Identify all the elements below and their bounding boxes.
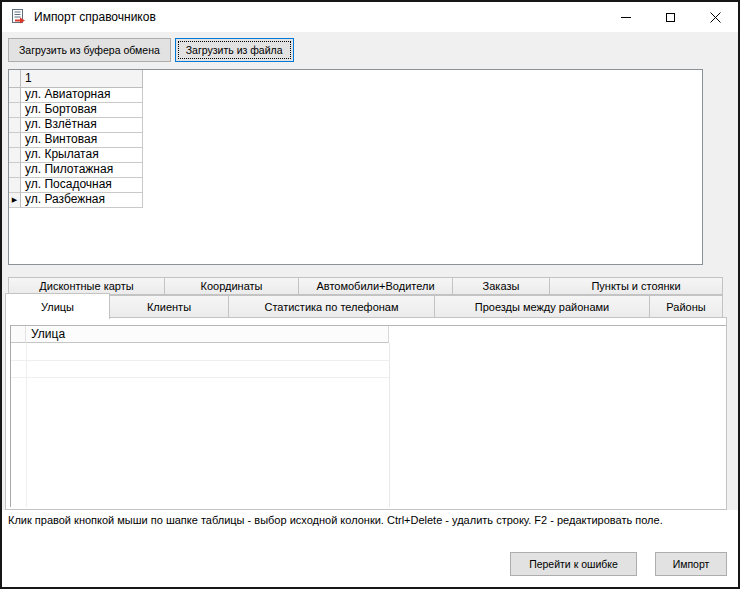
toolbar: Загрузить из буфера обмена Загрузить из …: [8, 38, 294, 62]
tab[interactable]: Улицы: [5, 293, 110, 319]
row-selector-cell[interactable]: [9, 133, 21, 148]
load-from-file-button[interactable]: Загрузить из файла: [175, 38, 294, 62]
street-cell[interactable]: ул. Крылатая: [21, 148, 143, 163]
target-grid-corner-cell[interactable]: [11, 326, 26, 343]
source-grid-column-header[interactable]: 1: [21, 70, 143, 88]
table-row[interactable]: ▶ ул. Разбежная: [9, 193, 702, 208]
row-selector-cell[interactable]: ▶: [9, 193, 21, 208]
row-selector-cell[interactable]: [9, 178, 21, 193]
window-controls: [603, 2, 738, 32]
tab[interactable]: Районы: [649, 295, 723, 318]
table-row[interactable]: ул. Крылатая: [9, 148, 702, 163]
window-title: Импорт справочников: [34, 10, 156, 24]
table-row[interactable]: ул. Винтовая: [9, 133, 702, 148]
titlebar: Импорт справочников: [2, 2, 738, 32]
grid-line: [389, 343, 390, 507]
street-cell[interactable]: ул. Взлётная: [21, 118, 143, 133]
goto-error-button[interactable]: Перейти к ошибке: [510, 552, 637, 576]
maximize-button[interactable]: [648, 2, 693, 32]
target-grid-column-header[interactable]: Улица: [26, 326, 389, 343]
target-data-grid[interactable]: Улица: [10, 325, 726, 507]
street-cell[interactable]: ул. Бортовая: [21, 103, 143, 118]
import-button[interactable]: Импорт: [655, 552, 727, 576]
grid-line: [11, 377, 390, 378]
street-cell[interactable]: ул. Разбежная: [21, 193, 143, 208]
source-data-grid[interactable]: 1 ул. Авиаторная ул. Бортовая ул. Взлётн…: [8, 69, 703, 265]
close-icon: [710, 12, 721, 23]
load-from-clipboard-button[interactable]: Загрузить из буфера обмена: [8, 38, 171, 62]
source-grid-corner-cell[interactable]: [9, 70, 21, 88]
source-grid-header-row: 1: [9, 70, 702, 88]
close-button[interactable]: [693, 2, 738, 32]
street-cell[interactable]: ул. Пилотажная: [21, 163, 143, 178]
target-grid-header-row: Улица: [11, 326, 726, 343]
row-selector-cell[interactable]: [9, 88, 21, 103]
table-row[interactable]: ул. Бортовая: [9, 103, 702, 118]
tab-page-streets: Улица: [5, 317, 727, 510]
table-row[interactable]: ул. Пилотажная: [9, 163, 702, 178]
tab[interactable]: Статистика по телефонам: [228, 295, 435, 318]
grid-line: [11, 360, 390, 361]
tab-strip-row-1: Дисконтные карты Координаты Автомобили+В…: [8, 277, 723, 295]
source-grid-body: ул. Авиаторная ул. Бортовая ул. Взлётная…: [9, 88, 702, 208]
tab[interactable]: Автомобили+Водители: [298, 277, 453, 295]
table-row[interactable]: ул. Взлётная: [9, 118, 702, 133]
row-selector-cell[interactable]: [9, 163, 21, 178]
status-hint: Клик правой кнопкой мыши по шапке таблиц…: [8, 514, 663, 526]
import-document-icon: [10, 9, 26, 25]
row-selector-cell[interactable]: [9, 103, 21, 118]
row-selector-cell[interactable]: [9, 118, 21, 133]
tab[interactable]: Координаты: [164, 277, 299, 295]
tab-strip-row-2: Улицы Клиенты Статистика по телефонам Пр…: [5, 295, 723, 318]
street-cell[interactable]: ул. Посадочная: [21, 178, 143, 193]
minimize-icon: [621, 17, 631, 18]
minimize-button[interactable]: [603, 2, 648, 32]
tab[interactable]: Проезды между районами: [434, 295, 650, 318]
table-row[interactable]: ул. Авиаторная: [9, 88, 702, 103]
row-selector-cell[interactable]: [9, 148, 21, 163]
street-cell[interactable]: ул. Авиаторная: [21, 88, 143, 103]
footer-buttons: Перейти к ошибке Импорт: [510, 552, 727, 576]
import-dictionaries-dialog: Импорт справочников Клик правой кнопкой …: [0, 0, 740, 589]
grid-line: [26, 343, 27, 507]
tab[interactable]: Клиенты: [109, 295, 229, 318]
bottom-panel: Клик правой кнопкой мыши по шапке таблиц…: [2, 510, 738, 587]
tab[interactable]: Пункты и стоянки: [549, 277, 723, 295]
maximize-icon: [666, 13, 675, 22]
table-row[interactable]: ул. Посадочная: [9, 178, 702, 193]
street-cell[interactable]: ул. Винтовая: [21, 133, 143, 148]
tab[interactable]: Заказы: [452, 277, 550, 295]
